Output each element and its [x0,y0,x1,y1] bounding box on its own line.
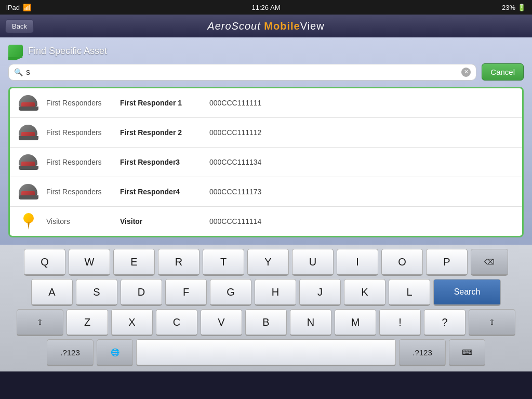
result-id: 000CCC111111 [209,99,261,107]
status-time: 11:26 AM [252,4,281,11]
numbers-left-key[interactable]: .?123 [47,339,94,366]
keyboard-row-4: .?123🌐.?123⌨ [2,339,530,366]
result-category: First Responders [46,158,114,166]
result-category: First Responders [46,99,114,107]
result-name: Visitor [120,217,203,225]
result-name: First Responder 1 [120,99,203,107]
find-title: Find Specific Asset [28,46,107,57]
pin-icon [17,212,40,231]
results-list: First RespondersFirst Responder 1000CCC1… [8,87,524,237]
keyboard-hide-key[interactable]: ⌨ [449,339,485,366]
keyboard-key-r[interactable]: R [158,249,200,276]
keyboard-key-a[interactable]: A [31,279,73,306]
result-id: 000CCC111173 [209,188,261,196]
search-icon: 🔍 [14,68,23,76]
tag-icon [8,45,23,57]
helmet-icon [17,94,40,112]
keyboard-key-w[interactable]: W [69,249,110,276]
keyboard-key-u[interactable]: U [292,249,334,276]
keyboard-key-t[interactable]: T [203,249,244,276]
keyboard-key-d[interactable]: D [121,279,162,306]
numbers-right-key[interactable]: .?123 [399,339,446,366]
shift-left-key[interactable]: ⇧ [17,309,63,336]
battery-label: 23% [502,4,515,11]
result-item[interactable]: First RespondersFirst Responder 1000CCC1… [10,88,522,118]
result-id: 000CCC111114 [209,217,261,225]
app-name-view: View [300,20,325,32]
keyboard-key-b[interactable]: B [245,309,287,336]
keyboard-key-c[interactable]: C [156,309,197,336]
space-key[interactable] [136,339,396,366]
status-right: 23% 🔋 [502,4,526,11]
result-item[interactable]: First RespondersFirst Responder4000CCC11… [10,177,522,207]
keyboard-key-i[interactable]: I [337,249,378,276]
result-item[interactable]: First RespondersFirst Responder3000CCC11… [10,148,522,177]
keyboard-key-m[interactable]: M [335,309,376,336]
status-bar: iPad 📶 11:26 AM 23% 🔋 [0,0,532,15]
result-id: 000CCC111134 [209,158,261,166]
keyboard-row-2: ASDFGHJKLSearch [2,279,530,306]
app-name-aero: AeroScout [207,20,264,32]
result-category: First Responders [46,188,114,196]
search-key[interactable]: Search [433,279,501,306]
result-name: First Responder3 [120,158,203,166]
keyboard-key-g[interactable]: G [210,279,251,306]
status-left: iPad 📶 [6,4,31,11]
find-header: Find Specific Asset [8,45,524,57]
search-bar: 🔍 ✕ Cancel [8,63,524,81]
clear-button[interactable]: ✕ [461,68,471,77]
shift-right-key[interactable]: ⇧ [469,309,515,336]
wifi-icon: 📶 [23,4,31,11]
keyboard-key-v[interactable]: V [201,309,242,336]
keyboard-key-h[interactable]: H [255,279,296,306]
keyboard-key-k[interactable]: K [344,279,385,306]
back-button[interactable]: Back [5,19,34,33]
keyboard-key-y[interactable]: Y [247,249,289,276]
result-item[interactable]: VisitorsVisitor000CCC111114 [10,207,522,236]
keyboard-key-j[interactable]: J [299,279,341,306]
globe-key[interactable]: 🌐 [97,339,133,366]
cancel-button[interactable]: Cancel [482,63,524,81]
backspace-key[interactable]: ⌫ [471,249,508,276]
helmet-icon [17,182,40,201]
title-bar: Back AeroScout MobileView [0,15,532,37]
keyboard-key-z[interactable]: Z [66,309,108,336]
helmet-icon [17,123,40,142]
result-category: Visitors [46,217,114,225]
result-name: First Responder 2 [120,128,203,137]
keyboard-key-x[interactable]: ! [379,309,421,336]
app-name-mobile: Mobile [264,20,300,32]
keyboard: QWERTYUIOP⌫ ASDFGHJKLSearch ⇧ZXCVBNM!?⇧ … [0,245,532,371]
keyboard-key-x[interactable]: ? [424,309,466,336]
keyboard-key-l[interactable]: L [389,279,430,306]
content-area: Find Specific Asset 🔍 ✕ Cancel First Res… [0,37,532,245]
keyboard-key-p[interactable]: P [426,249,468,276]
keyboard-key-e[interactable]: E [113,249,155,276]
keyboard-key-q[interactable]: Q [24,249,65,276]
keyboard-row-3: ⇧ZXCVBNM!?⇧ [2,309,530,336]
search-input[interactable] [26,68,458,77]
result-category: First Responders [46,128,114,137]
result-id: 000CCC111112 [209,128,261,137]
battery-icon: 🔋 [517,4,526,11]
app-title: AeroScout MobileView [207,20,324,32]
keyboard-key-n[interactable]: N [290,309,331,336]
result-name: First Responder4 [120,188,203,196]
search-input-wrapper: 🔍 ✕ [8,64,476,81]
result-item[interactable]: First RespondersFirst Responder 2000CCC1… [10,118,522,148]
keyboard-key-s[interactable]: S [76,279,117,306]
keyboard-row-1: QWERTYUIOP⌫ [2,249,530,276]
carrier-label: iPad [6,4,20,11]
keyboard-key-o[interactable]: O [381,249,423,276]
helmet-icon [17,153,40,171]
keyboard-key-f[interactable]: F [165,279,207,306]
keyboard-key-x[interactable]: X [111,309,153,336]
